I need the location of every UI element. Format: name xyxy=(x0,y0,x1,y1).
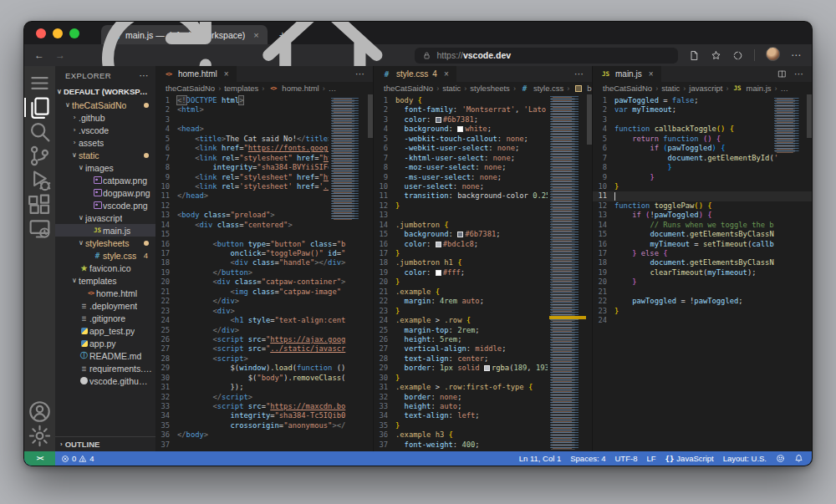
more-menu-icon[interactable]: ⋯ xyxy=(791,49,802,61)
tree-item-images[interactable]: ∨images xyxy=(55,161,155,174)
tree-item-home-html[interactable]: <>home.html xyxy=(55,287,155,299)
tree-item-thecatsaidno[interactable]: ∨theCatSaidNo xyxy=(55,99,155,111)
url-bar[interactable]: https:// vscode.dev xyxy=(415,48,678,64)
breadcrumb-item[interactable]: theCatSaidNo xyxy=(603,84,652,93)
token: auto xyxy=(440,402,457,410)
more-actions-icon[interactable]: ⋯ xyxy=(574,69,584,79)
errors-count[interactable]: 0 xyxy=(61,454,76,463)
indentation[interactable]: Spaces: 4 xyxy=(570,454,605,463)
tree-item-requirements-txt[interactable]: ≡requirements.txt xyxy=(55,362,155,374)
remote-indicator[interactable]: >< xyxy=(24,451,55,466)
code-editor[interactable]: 1<!DOCTYPE html>2<html>34<head>5 <title>… xyxy=(155,94,373,451)
menu-icon[interactable] xyxy=(24,71,55,95)
split-editor-icon[interactable] xyxy=(777,69,787,79)
favorites-icon[interactable] xyxy=(711,50,721,61)
scrollbar[interactable] xyxy=(368,94,373,138)
breadcrumb-item[interactable]: … xyxy=(329,84,337,93)
tree-item--vscode[interactable]: ›.vscode xyxy=(55,124,155,136)
tree-item-dogpaw-png[interactable]: dogpaw.png xyxy=(55,186,155,199)
breadcrumb-item[interactable]: home.html xyxy=(282,84,319,93)
eol[interactable]: LF xyxy=(646,454,655,463)
remote-explorer-icon[interactable] xyxy=(24,216,55,241)
breadcrumb-item[interactable]: … xyxy=(781,84,789,93)
extensions-ring-icon[interactable] xyxy=(732,50,743,61)
search-icon[interactable] xyxy=(24,120,55,144)
code-editor[interactable]: 1body {2 font-family: 'Montserrat', 'Lat… xyxy=(374,94,592,451)
breadcrumb-item[interactable]: theCatSaidNo xyxy=(384,84,433,93)
settings-gear-icon[interactable] xyxy=(24,424,55,448)
keyboard-layout[interactable]: Layout: U.S. xyxy=(723,454,767,463)
tab-close-icon[interactable]: × xyxy=(649,69,654,79)
tree-item-javascript[interactable]: ∨javascript xyxy=(55,211,155,224)
breadcrumb-item[interactable]: main.js xyxy=(746,84,771,93)
more-actions-icon[interactable]: ⋯ xyxy=(355,69,365,79)
language-mode[interactable]: {}JavaScript xyxy=(665,454,714,463)
code-text: } xyxy=(395,249,400,258)
tree-item-vscode-github-issues[interactable]: vscode.github-issues xyxy=(55,374,155,387)
page-icon[interactable] xyxy=(689,50,700,61)
minimap[interactable] xyxy=(772,96,807,155)
extensions-icon[interactable] xyxy=(24,192,55,216)
breadcrumb-item[interactable]: stylesheets xyxy=(470,84,510,93)
tree-item-app-test-py[interactable]: app_test.py xyxy=(55,324,155,337)
tree-item-app-py[interactable]: app.py xyxy=(55,337,155,349)
run-debug-icon[interactable] xyxy=(24,168,55,192)
more-actions-icon[interactable]: ⋯ xyxy=(794,69,804,79)
breadcrumb-item[interactable]: style.css xyxy=(533,84,563,93)
explorer-icon[interactable] xyxy=(24,95,55,120)
breadcrumb[interactable]: theCatSaidNo›templates›<>home.html›… xyxy=(155,82,373,94)
breadcrumb-item[interactable]: javascript xyxy=(689,84,722,93)
minimap[interactable] xyxy=(329,96,367,221)
code-line: 35 crossorigin="anonymous"></ xyxy=(155,421,373,430)
minimap[interactable] xyxy=(548,94,588,451)
tree-item-stylesheets[interactable]: ∨stylesheets xyxy=(55,237,155,249)
token: div xyxy=(328,258,341,267)
account-icon[interactable] xyxy=(24,400,55,424)
breadcrumb[interactable]: theCatSaidNo›static›stylesheets›#style.c… xyxy=(374,82,592,94)
cursor-position[interactable]: Ln 11, Col 1 xyxy=(519,454,562,463)
tree-item--gitignore[interactable]: ≡.gitignore xyxy=(55,312,155,324)
breadcrumb-item[interactable]: static xyxy=(661,84,680,93)
scrollbar[interactable] xyxy=(587,94,592,145)
forward-icon[interactable]: → xyxy=(55,50,65,60)
breadcrumb[interactable]: theCatSaidNo›static›javascript›JSmain.js… xyxy=(593,82,812,94)
problems-summary[interactable]: 04 xyxy=(55,454,94,463)
line-number: 24 xyxy=(374,316,395,325)
line-number: 25 xyxy=(374,326,395,335)
tree-item--deployment[interactable]: ≡.deployment xyxy=(55,299,155,312)
explorer-more-icon[interactable]: ⋯ xyxy=(140,70,149,81)
workspace-root[interactable]: ∨DEFAULT (WORKSPACE) xyxy=(55,84,155,99)
tree-item-vscode-png[interactable]: vscode.png xyxy=(55,199,155,211)
tree-item-style-css[interactable]: #style.css4 xyxy=(55,249,155,262)
tree-item--github[interactable]: ›.github xyxy=(55,111,155,124)
tree-item-assets[interactable]: ›assets xyxy=(55,136,155,149)
minimize-button[interactable] xyxy=(53,28,63,38)
editor-tab-home.html[interactable]: <>home.html× xyxy=(155,66,237,82)
tree-item-readme-md[interactable]: ⓘREADME.md xyxy=(55,349,155,362)
breadcrumb-item[interactable]: theCatSaidNo xyxy=(166,84,215,93)
breadcrumb-item[interactable]: static xyxy=(442,84,461,93)
tree-item-templates[interactable]: ∨templates xyxy=(55,274,155,287)
scrollbar[interactable] xyxy=(807,94,812,138)
tab-close-icon[interactable]: × xyxy=(224,69,229,79)
outline-section[interactable]: › OUTLINE xyxy=(55,436,155,451)
source-control-icon[interactable] xyxy=(24,144,55,168)
token: ; xyxy=(480,297,484,305)
line-number: 21 xyxy=(593,288,614,297)
editor-tab-main.js[interactable]: JSmain.js× xyxy=(593,66,661,82)
tree-item-favicon-ico[interactable]: ★favicon.ico xyxy=(55,262,155,274)
warnings-count[interactable]: 4 xyxy=(79,454,94,463)
avatar[interactable] xyxy=(766,47,780,64)
notifications[interactable] xyxy=(794,454,803,463)
tab-close-icon[interactable]: × xyxy=(444,69,449,79)
back-icon[interactable]: ← xyxy=(34,50,44,60)
feedback[interactable] xyxy=(776,454,785,463)
editor-tab-style.css[interactable]: #style.css4× xyxy=(374,66,456,82)
close-button[interactable] xyxy=(36,28,46,38)
tree-item-static[interactable]: ∨static xyxy=(55,149,155,161)
code-editor[interactable]: 1pawToggled = false;2var myTimeout;34fun… xyxy=(593,94,812,451)
encoding[interactable]: UTF-8 xyxy=(615,454,638,463)
breadcrumb-item[interactable]: templates xyxy=(224,84,258,93)
tree-item-main-js[interactable]: JSmain.js xyxy=(55,224,155,237)
tree-item-catpaw-png[interactable]: catpaw.png xyxy=(55,174,155,186)
